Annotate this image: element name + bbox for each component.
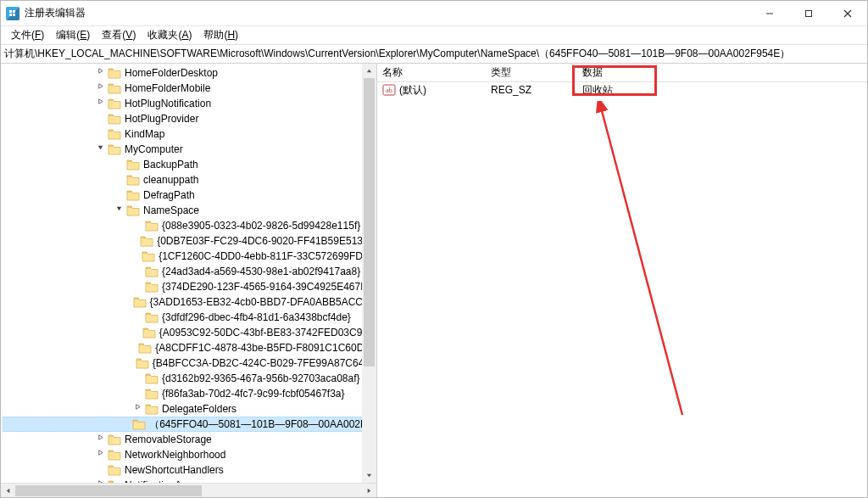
menu-help[interactable]: 帮助(H) xyxy=(198,26,243,44)
svg-line-10 xyxy=(601,108,682,415)
titlebar[interactable]: 注册表编辑器 xyxy=(1,1,867,26)
folder-icon xyxy=(145,266,159,277)
tree-row[interactable]: NetworkNeighborhood xyxy=(3,447,376,462)
tree-item-label: HomeFolderDesktop xyxy=(125,65,218,81)
regsz-icon xyxy=(382,83,396,97)
menu-favorites[interactable]: 收藏夹(A) xyxy=(142,26,197,44)
collapse-icon[interactable] xyxy=(113,202,125,217)
folder-icon xyxy=(108,143,121,155)
tree-row[interactable]: （645FFO40—5081—101B—9F08—00AA002F9 xyxy=(3,417,376,432)
tree-row[interactable]: {1CF1260C-4DD0-4ebb-811F-33C572699FDE} xyxy=(3,249,376,264)
tree-row[interactable]: RemovableStorage xyxy=(3,432,376,447)
tree-item-label: cleanuppath xyxy=(143,172,198,187)
tree-row[interactable]: {088e3905-0323-4b02-9826-5d99428e115f} xyxy=(3,218,376,233)
close-button[interactable] xyxy=(828,1,867,25)
tree-pane: HomeFolderDesktopHomeFolderMobileHotPlug… xyxy=(1,64,377,497)
tree-row[interactable]: NameSpace xyxy=(3,203,376,218)
column-type[interactable]: 类型 xyxy=(491,65,582,80)
expand-icon[interactable] xyxy=(94,64,106,80)
tree-row[interactable]: {d3162b92-9365-467a-956b-92703aca08af} xyxy=(3,371,376,386)
scroll-down-button[interactable] xyxy=(362,468,376,483)
expand-icon[interactable] xyxy=(94,80,106,95)
value-name: (默认) xyxy=(399,83,491,98)
tree-row[interactable]: {A0953C92-50DC-43bf-BE83-3742FED03C9C} xyxy=(3,325,376,340)
expand-icon[interactable] xyxy=(94,477,106,483)
window-title: 注册表编辑器 xyxy=(25,6,86,20)
folder-icon xyxy=(140,235,153,247)
folder-icon xyxy=(126,189,140,201)
tree-item-label: {B4BFCC3A-DB2C-424C-B029-7FE99A87C641} xyxy=(153,355,373,371)
minimize-button[interactable] xyxy=(750,1,789,25)
values-list[interactable]: (默认) REG_SZ 回收站 xyxy=(377,82,867,497)
scroll-left-button[interactable] xyxy=(1,484,15,498)
registry-editor-window: 注册表编辑器 文件(F) 编辑(E) 查看(V) 收藏夹(A) 帮助(H) 计算… xyxy=(0,0,868,498)
expand-icon[interactable] xyxy=(94,95,106,110)
tree-item-label: HotPlugNotification xyxy=(125,96,211,111)
tree-row[interactable]: HomeFolderMobile xyxy=(3,81,376,96)
folder-icon xyxy=(108,67,121,79)
value-row[interactable]: (默认) REG_SZ 回收站 xyxy=(377,82,867,98)
tree-item-label: RemovableStorage xyxy=(125,432,212,447)
scroll-up-button[interactable] xyxy=(362,64,376,78)
tree-row[interactable]: NotificationArea xyxy=(3,478,376,483)
collapse-icon[interactable] xyxy=(94,141,106,156)
tree-item-label: BackupPath xyxy=(143,157,198,172)
folder-icon xyxy=(108,434,121,445)
tree-row[interactable]: DelegateFolders xyxy=(3,401,376,417)
scroll-track[interactable] xyxy=(362,78,376,468)
tree-row[interactable]: BackupPath xyxy=(3,157,376,172)
app-icon xyxy=(6,7,19,20)
menubar: 文件(F) 编辑(E) 查看(V) 收藏夹(A) 帮助(H) xyxy=(1,26,867,45)
tree-row[interactable]: {3ADD1653-EB32-4cb0-BBD7-DFA0ABB5ACCA} xyxy=(3,294,376,310)
folder-icon xyxy=(133,296,147,308)
tree-vertical-scrollbar[interactable] xyxy=(362,64,376,483)
registry-tree[interactable]: HomeFolderDesktopHomeFolderMobileHotPlug… xyxy=(1,64,376,483)
tree-item-label: {24ad3ad4-a569-4530-98e1-ab02f9417aa8} xyxy=(162,264,360,279)
expand-icon[interactable] xyxy=(94,431,106,446)
menu-edit[interactable]: 编辑(E) xyxy=(51,26,95,44)
column-data[interactable]: 数据 xyxy=(582,65,867,80)
svg-rect-5 xyxy=(13,14,15,16)
tree-row[interactable]: HomeFolderDesktop xyxy=(3,65,376,81)
tree-row[interactable]: NewShortcutHandlers xyxy=(3,462,376,478)
folder-icon xyxy=(138,342,152,354)
menu-view[interactable]: 查看(V) xyxy=(97,26,141,44)
tree-row[interactable]: HotPlugProvider xyxy=(3,111,376,126)
tree-item-label: HotPlugProvider xyxy=(125,111,198,126)
folder-icon xyxy=(136,357,149,369)
tree-row[interactable]: DefragPath xyxy=(3,187,376,203)
scroll-thumb[interactable] xyxy=(364,78,375,367)
tree-row[interactable]: {374DE290-123F-4565-9164-39C4925E467B} xyxy=(3,279,376,294)
maximize-button[interactable] xyxy=(789,1,828,25)
expand-icon[interactable] xyxy=(94,446,106,462)
tree-row[interactable]: {0DB7E03F-FC29-4DC6-9020-FF41B59E513A} xyxy=(3,233,376,249)
tree-item-label: NetworkNeighborhood xyxy=(125,447,225,462)
folder-icon xyxy=(126,204,140,216)
scroll-thumb[interactable] xyxy=(15,485,202,496)
tree-item-label: NameSpace xyxy=(143,203,199,218)
tree-row[interactable]: cleanuppath xyxy=(3,172,376,187)
tree-row[interactable]: {A8CDFF1C-4878-43be-B5FD-F8091C1C60D0} xyxy=(3,340,376,355)
address-bar[interactable]: 计算机\HKEY_LOCAL_MACHINE\SOFTWARE\Microsof… xyxy=(1,45,867,64)
tree-row[interactable]: {B4BFCC3A-DB2C-424C-B029-7FE99A87C641} xyxy=(3,355,376,371)
tree-row[interactable]: {24ad3ad4-a569-4530-98e1-ab02f9417aa8} xyxy=(3,264,376,279)
tree-item-label: DelegateFolders xyxy=(162,401,236,417)
tree-item-label: {A8CDFF1C-4878-43be-B5FD-F8091C1C60D0} xyxy=(155,340,373,355)
tree-row[interactable]: KindMap xyxy=(3,126,376,142)
tree-row[interactable]: HotPlugNotification xyxy=(3,96,376,111)
tree-row[interactable]: {3dfdf296-dbec-4fb4-81d1-6a3438bcf4de} xyxy=(3,310,376,325)
folder-icon xyxy=(108,479,121,483)
folder-icon xyxy=(132,418,146,430)
expand-icon[interactable] xyxy=(131,400,143,416)
folder-icon xyxy=(108,464,121,476)
value-data: 回收站 xyxy=(582,83,867,98)
menu-file[interactable]: 文件(F) xyxy=(6,26,49,44)
column-name[interactable]: 名称 xyxy=(382,65,491,80)
tree-horizontal-scrollbar[interactable] xyxy=(1,483,376,497)
tree-row[interactable]: MyComputer xyxy=(3,142,376,157)
tree-row[interactable]: {f86fa3ab-70d2-4fc7-9c99-fcbf05467f3a} xyxy=(3,386,376,401)
scroll-right-button[interactable] xyxy=(362,484,376,498)
scroll-track[interactable] xyxy=(15,484,362,498)
folder-icon xyxy=(108,113,121,125)
folder-icon xyxy=(126,174,140,186)
